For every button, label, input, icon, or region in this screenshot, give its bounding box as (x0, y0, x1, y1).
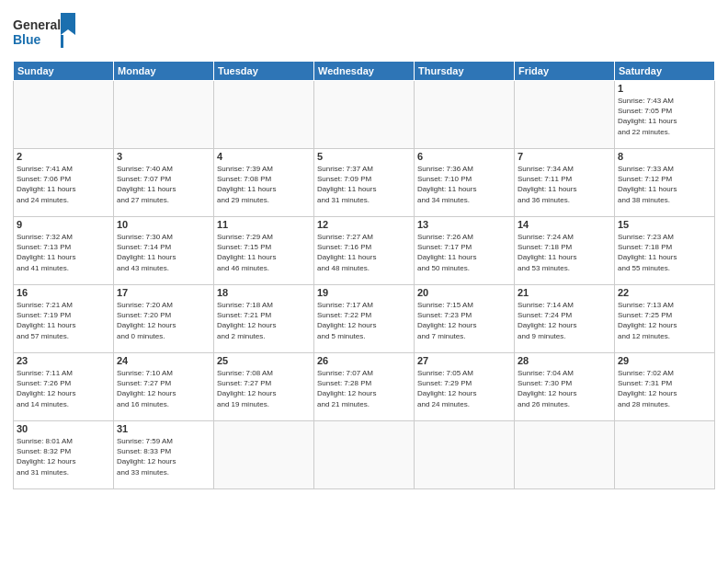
week-row-4: 23Sunrise: 7:11 AM Sunset: 7:26 PM Dayli… (14, 353, 715, 421)
logo: General Blue (13, 9, 82, 55)
day-info: Sunrise: 7:20 AM Sunset: 7:20 PM Dayligh… (117, 300, 210, 341)
day-info: Sunrise: 7:41 AM Sunset: 7:06 PM Dayligh… (17, 164, 110, 205)
header: General Blue (13, 9, 715, 55)
calendar-cell: 28Sunrise: 7:04 AM Sunset: 7:30 PM Dayli… (515, 353, 615, 421)
day-number: 8 (618, 151, 711, 162)
day-number: 2 (17, 151, 110, 162)
calendar-cell: 2Sunrise: 7:41 AM Sunset: 7:06 PM Daylig… (14, 149, 114, 217)
day-number: 11 (217, 219, 311, 230)
calendar-cell: 11Sunrise: 7:29 AM Sunset: 7:15 PM Dayli… (214, 217, 314, 285)
day-number: 31 (117, 423, 210, 434)
day-info: Sunrise: 7:59 AM Sunset: 8:33 PM Dayligh… (117, 436, 210, 477)
day-number: 13 (417, 219, 511, 230)
day-number: 24 (117, 355, 210, 366)
calendar-cell: 23Sunrise: 7:11 AM Sunset: 7:26 PM Dayli… (14, 353, 114, 421)
day-info: Sunrise: 7:39 AM Sunset: 7:08 PM Dayligh… (217, 164, 311, 205)
weekday-header-friday: Friday (515, 62, 615, 81)
day-number: 4 (217, 151, 311, 162)
day-info: Sunrise: 7:29 AM Sunset: 7:15 PM Dayligh… (217, 232, 311, 273)
calendar-cell (14, 81, 114, 149)
day-info: Sunrise: 7:17 AM Sunset: 7:22 PM Dayligh… (317, 300, 411, 341)
week-row-3: 16Sunrise: 7:21 AM Sunset: 7:19 PM Dayli… (14, 285, 715, 353)
calendar-cell: 15Sunrise: 7:23 AM Sunset: 7:18 PM Dayli… (615, 217, 715, 285)
calendar-cell: 7Sunrise: 7:34 AM Sunset: 7:11 PM Daylig… (515, 149, 615, 217)
calendar-cell: 16Sunrise: 7:21 AM Sunset: 7:19 PM Dayli… (14, 285, 114, 353)
calendar-cell: 3Sunrise: 7:40 AM Sunset: 7:07 PM Daylig… (114, 149, 214, 217)
day-number: 19 (317, 287, 411, 298)
day-info: Sunrise: 7:21 AM Sunset: 7:19 PM Dayligh… (17, 300, 110, 341)
day-number: 25 (217, 355, 311, 366)
day-info: Sunrise: 7:10 AM Sunset: 7:27 PM Dayligh… (117, 368, 210, 409)
day-info: Sunrise: 7:33 AM Sunset: 7:12 PM Dayligh… (618, 164, 711, 205)
calendar-cell: 6Sunrise: 7:36 AM Sunset: 7:10 PM Daylig… (415, 149, 515, 217)
day-info: Sunrise: 7:26 AM Sunset: 7:17 PM Dayligh… (417, 232, 511, 273)
day-number: 21 (518, 287, 611, 298)
day-number: 7 (518, 151, 611, 162)
calendar-cell: 31Sunrise: 7:59 AM Sunset: 8:33 PM Dayli… (114, 421, 214, 489)
day-info: Sunrise: 8:01 AM Sunset: 8:32 PM Dayligh… (17, 436, 110, 477)
calendar-cell: 25Sunrise: 7:08 AM Sunset: 7:27 PM Dayli… (214, 353, 314, 421)
weekday-header-monday: Monday (114, 62, 214, 81)
calendar-cell: 24Sunrise: 7:10 AM Sunset: 7:27 PM Dayli… (114, 353, 214, 421)
calendar-cell: 12Sunrise: 7:27 AM Sunset: 7:16 PM Dayli… (314, 217, 415, 285)
weekday-header-saturday: Saturday (615, 62, 715, 81)
day-info: Sunrise: 7:18 AM Sunset: 7:21 PM Dayligh… (217, 300, 311, 341)
day-info: Sunrise: 7:05 AM Sunset: 7:29 PM Dayligh… (417, 368, 511, 409)
weekday-header-wednesday: Wednesday (314, 62, 415, 81)
day-number: 5 (317, 151, 411, 162)
day-info: Sunrise: 7:40 AM Sunset: 7:07 PM Dayligh… (117, 164, 210, 205)
calendar-cell: 27Sunrise: 7:05 AM Sunset: 7:29 PM Dayli… (415, 353, 515, 421)
day-info: Sunrise: 7:43 AM Sunset: 7:05 PM Dayligh… (618, 96, 711, 137)
day-number: 23 (17, 355, 110, 366)
calendar-cell: 26Sunrise: 7:07 AM Sunset: 7:28 PM Dayli… (314, 353, 415, 421)
day-info: Sunrise: 7:32 AM Sunset: 7:13 PM Dayligh… (17, 232, 110, 273)
day-info: Sunrise: 7:37 AM Sunset: 7:09 PM Dayligh… (317, 164, 411, 205)
day-info: Sunrise: 7:13 AM Sunset: 7:25 PM Dayligh… (618, 300, 711, 341)
day-number: 20 (417, 287, 511, 298)
week-row-5: 30Sunrise: 8:01 AM Sunset: 8:32 PM Dayli… (14, 421, 715, 489)
day-number: 10 (117, 219, 210, 230)
calendar-cell: 10Sunrise: 7:30 AM Sunset: 7:14 PM Dayli… (114, 217, 214, 285)
calendar-cell: 18Sunrise: 7:18 AM Sunset: 7:21 PM Dayli… (214, 285, 314, 353)
day-number: 18 (217, 287, 311, 298)
calendar-page: General Blue SundayMondayTuesdayWednesda… (0, 0, 728, 563)
calendar-cell: 4Sunrise: 7:39 AM Sunset: 7:08 PM Daylig… (214, 149, 314, 217)
day-info: Sunrise: 7:15 AM Sunset: 7:23 PM Dayligh… (417, 300, 511, 341)
day-number: 6 (417, 151, 511, 162)
calendar-cell: 1Sunrise: 7:43 AM Sunset: 7:05 PM Daylig… (615, 81, 715, 149)
day-number: 26 (317, 355, 411, 366)
day-info: Sunrise: 7:23 AM Sunset: 7:18 PM Dayligh… (618, 232, 711, 273)
weekday-header-row: SundayMondayTuesdayWednesdayThursdayFrid… (14, 62, 715, 81)
day-info: Sunrise: 7:08 AM Sunset: 7:27 PM Dayligh… (217, 368, 311, 409)
calendar-cell (415, 81, 515, 149)
day-number: 9 (17, 219, 110, 230)
day-number: 29 (618, 355, 711, 366)
day-number: 14 (518, 219, 611, 230)
day-number: 22 (618, 287, 711, 298)
calendar-cell: 21Sunrise: 7:14 AM Sunset: 7:24 PM Dayli… (515, 285, 615, 353)
logo-icon: General Blue (13, 9, 82, 55)
calendar-cell: 20Sunrise: 7:15 AM Sunset: 7:23 PM Dayli… (415, 285, 515, 353)
svg-marker-2 (61, 13, 75, 35)
weekday-header-thursday: Thursday (415, 62, 515, 81)
day-info: Sunrise: 7:11 AM Sunset: 7:26 PM Dayligh… (17, 368, 110, 409)
day-number: 28 (518, 355, 611, 366)
svg-rect-3 (61, 35, 63, 48)
day-number: 17 (117, 287, 210, 298)
calendar-cell (515, 421, 615, 489)
calendar-cell: 9Sunrise: 7:32 AM Sunset: 7:13 PM Daylig… (14, 217, 114, 285)
calendar-cell (214, 421, 314, 489)
day-info: Sunrise: 7:02 AM Sunset: 7:31 PM Dayligh… (618, 368, 711, 409)
calendar-cell: 14Sunrise: 7:24 AM Sunset: 7:18 PM Dayli… (515, 217, 615, 285)
day-info: Sunrise: 7:04 AM Sunset: 7:30 PM Dayligh… (518, 368, 611, 409)
calendar-cell: 19Sunrise: 7:17 AM Sunset: 7:22 PM Dayli… (314, 285, 415, 353)
week-row-2: 9Sunrise: 7:32 AM Sunset: 7:13 PM Daylig… (14, 217, 715, 285)
day-number: 3 (117, 151, 210, 162)
day-number: 1 (618, 83, 711, 94)
calendar-cell: 5Sunrise: 7:37 AM Sunset: 7:09 PM Daylig… (314, 149, 415, 217)
day-info: Sunrise: 7:30 AM Sunset: 7:14 PM Dayligh… (117, 232, 210, 273)
day-info: Sunrise: 7:07 AM Sunset: 7:28 PM Dayligh… (317, 368, 411, 409)
day-number: 16 (17, 287, 110, 298)
calendar-cell (515, 81, 615, 149)
calendar-cell: 8Sunrise: 7:33 AM Sunset: 7:12 PM Daylig… (615, 149, 715, 217)
